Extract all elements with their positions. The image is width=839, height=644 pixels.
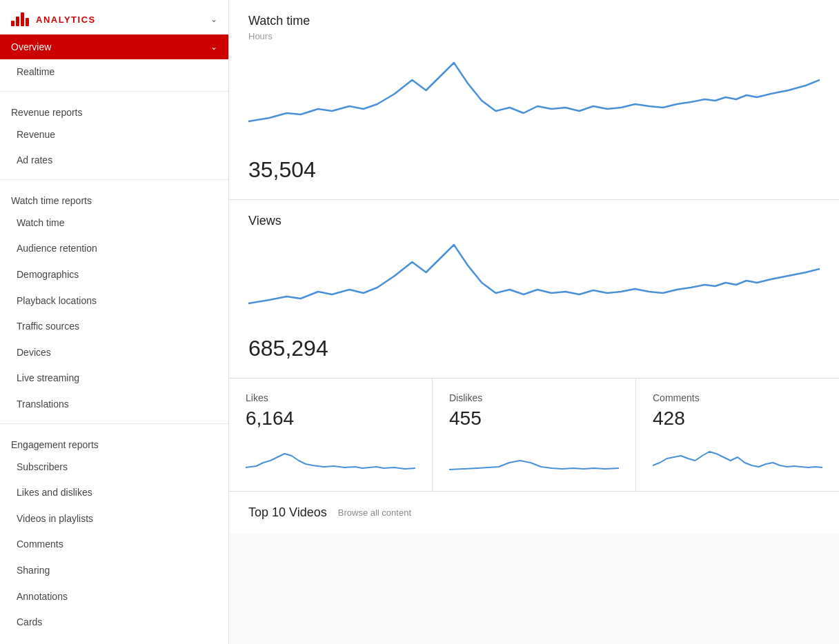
comments-chart (653, 436, 822, 478)
sidebar-item-subscribers[interactable]: Subscribers (0, 454, 228, 481)
views-chart (248, 231, 820, 328)
sidebar-item-playback-locations[interactable]: Playback locations (0, 288, 228, 314)
watch-time-chart (248, 52, 820, 149)
sidebar-item-audience-retention[interactable]: Audience retention (0, 236, 228, 262)
sidebar-item-comments-label: Comments (17, 539, 63, 550)
sidebar-item-engagement-reports[interactable]: Engagement reports (0, 430, 228, 454)
sidebar-item-annotations[interactable]: Annotations (0, 584, 228, 610)
dislikes-label: Dislikes (449, 392, 619, 403)
sidebar-item-revenue-reports[interactable]: Revenue reports (0, 97, 228, 122)
comments-label: Comments (653, 392, 822, 403)
browse-all-link[interactable]: Browse all content (338, 507, 411, 518)
watch-time-value: 35,504 (248, 157, 820, 183)
sidebar-divider-3 (0, 423, 228, 424)
sidebar-item-translations-label: Translations (17, 399, 69, 410)
sidebar-item-annotations-label: Annotations (17, 591, 68, 602)
sidebar-divider-2 (0, 179, 228, 180)
sidebar-item-ad-rates-label: Ad rates (17, 154, 52, 165)
sidebar-item-overview[interactable]: Overview ⌄ (0, 34, 228, 59)
bar-chart-icon (11, 12, 29, 26)
sidebar-divider-1 (0, 91, 228, 92)
sidebar-item-cards-label: Cards (17, 616, 42, 627)
sidebar-item-watch-time-reports[interactable]: Watch time reports (0, 185, 228, 210)
sidebar-item-live-streaming[interactable]: Live streaming (0, 365, 228, 392)
sidebar-item-watch-time-reports-label: Watch time reports (11, 195, 92, 206)
sidebar-item-revenue[interactable]: Revenue (0, 122, 228, 148)
sidebar-item-devices-label: Devices (17, 347, 51, 358)
sidebar-item-translations[interactable]: Translations (0, 392, 228, 418)
comments-card: Comments 428 (636, 379, 839, 491)
sidebar-item-sharing[interactable]: Sharing (0, 558, 228, 584)
sidebar-item-overview-label: Overview (11, 41, 51, 52)
dislikes-card: Dislikes 455 (433, 379, 636, 491)
views-section: Views 685,294 (229, 200, 839, 379)
sidebar-item-demographics-label: Demographics (17, 269, 79, 280)
watch-time-section: Watch time Hours 35,504 (229, 0, 839, 200)
sidebar-item-realtime-label: Realtime (17, 66, 55, 77)
sidebar-item-demographics[interactable]: Demographics (0, 262, 228, 288)
sidebar-item-sharing-label: Sharing (17, 565, 50, 576)
sidebar-item-videos-in-playlists-label: Videos in playlists (17, 513, 93, 524)
views-svg (248, 231, 820, 328)
dislikes-chart (449, 436, 619, 478)
views-value: 685,294 (248, 336, 820, 361)
sidebar-item-engagement-reports-label: Engagement reports (11, 439, 99, 450)
sidebar-chevron-icon[interactable]: ⌄ (210, 14, 217, 24)
likes-card: Likes 6,164 (229, 379, 433, 491)
watch-time-svg (248, 52, 820, 149)
sidebar-item-ad-rates[interactable]: Ad rates (0, 148, 228, 174)
views-title: Views (248, 214, 820, 228)
sidebar-item-subscribers-label: Subscribers (17, 461, 68, 472)
sidebar-item-devices[interactable]: Devices (0, 340, 228, 366)
sidebar-item-live-streaming-label: Live streaming (17, 372, 79, 383)
watch-time-subtitle: Hours (248, 31, 820, 41)
sidebar-item-realtime[interactable]: Realtime (0, 59, 228, 85)
likes-chart (246, 436, 415, 478)
stats-row: Likes 6,164 Dislikes 455 Comments 428 (229, 379, 839, 492)
top-videos-title: Top 10 Videos (248, 505, 327, 520)
watch-time-title: Watch time (248, 14, 820, 28)
sidebar-item-likes-dislikes[interactable]: Likes and dislikes (0, 480, 228, 506)
sidebar-item-playback-locations-label: Playback locations (17, 295, 97, 306)
main-content: Watch time Hours 35,504 Views 685,294 Li… (229, 0, 839, 644)
sidebar-item-cards[interactable]: Cards (0, 610, 228, 636)
comments-value: 428 (653, 407, 822, 430)
likes-label: Likes (246, 392, 415, 403)
sidebar-item-revenue-reports-label: Revenue reports (11, 107, 83, 118)
sidebar-header: ANALYTICS ⌄ (0, 0, 228, 34)
sidebar-title: ANALYTICS (36, 14, 96, 25)
dislikes-value: 455 (449, 407, 619, 430)
sidebar-item-revenue-label: Revenue (17, 129, 55, 140)
sidebar-item-likes-dislikes-label: Likes and dislikes (17, 487, 92, 498)
sidebar-active-chevron-icon: ⌄ (210, 42, 217, 52)
sidebar: ANALYTICS ⌄ Overview ⌄ Realtime Revenue … (0, 0, 229, 644)
sidebar-item-traffic-sources-label: Traffic sources (17, 321, 79, 332)
top-videos-section: Top 10 Videos Browse all content (229, 492, 839, 534)
likes-value: 6,164 (246, 407, 415, 430)
sidebar-item-audience-retention-label: Audience retention (17, 243, 97, 254)
sidebar-item-videos-in-playlists[interactable]: Videos in playlists (0, 506, 228, 532)
sidebar-item-traffic-sources[interactable]: Traffic sources (0, 314, 228, 340)
sidebar-item-watch-time[interactable]: Watch time (0, 210, 228, 237)
sidebar-item-watch-time-label: Watch time (17, 217, 65, 228)
sidebar-item-comments[interactable]: Comments (0, 532, 228, 558)
